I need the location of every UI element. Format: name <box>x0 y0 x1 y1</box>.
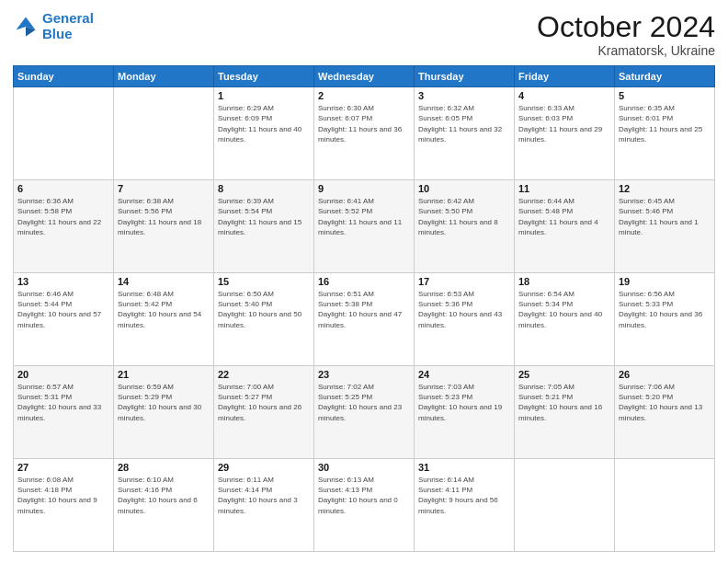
col-friday: Friday <box>515 66 615 87</box>
calendar-cell-w4-d0: 20Sunrise: 6:57 AM Sunset: 5:31 PM Dayli… <box>14 366 114 459</box>
day-info: Sunrise: 6:59 AM Sunset: 5:29 PM Dayligh… <box>118 382 210 423</box>
calendar-cell-w2-d5: 11Sunrise: 6:44 AM Sunset: 5:48 PM Dayli… <box>515 180 615 273</box>
day-info: Sunrise: 6:44 AM Sunset: 5:48 PM Dayligh… <box>518 196 610 237</box>
calendar-cell-w3-d6: 19Sunrise: 6:56 AM Sunset: 5:33 PM Dayli… <box>615 273 715 366</box>
calendar-cell-w5-d0: 27Sunrise: 6:08 AM Sunset: 4:18 PM Dayli… <box>14 459 114 552</box>
day-number: 29 <box>218 462 310 473</box>
day-info: Sunrise: 6:08 AM Sunset: 4:18 PM Dayligh… <box>17 475 109 516</box>
calendar-cell-w3-d4: 17Sunrise: 6:53 AM Sunset: 5:36 PM Dayli… <box>415 273 515 366</box>
calendar-cell-w5-d2: 29Sunrise: 6:11 AM Sunset: 4:14 PM Dayli… <box>214 459 314 552</box>
calendar-cell-w4-d3: 23Sunrise: 7:02 AM Sunset: 5:25 PM Dayli… <box>314 366 415 459</box>
day-info: Sunrise: 6:35 AM Sunset: 6:01 PM Dayligh… <box>619 103 711 144</box>
day-number: 27 <box>17 462 109 473</box>
day-number: 16 <box>318 276 410 287</box>
day-number: 25 <box>518 369 610 380</box>
calendar-cell-w5-d5 <box>515 459 615 552</box>
day-info: Sunrise: 6:39 AM Sunset: 5:54 PM Dayligh… <box>218 196 310 237</box>
header-right: October 2024 Kramatorsk, Ukraine <box>537 11 715 58</box>
day-info: Sunrise: 6:57 AM Sunset: 5:31 PM Dayligh… <box>17 382 109 423</box>
day-number: 24 <box>418 369 510 380</box>
day-info: Sunrise: 6:11 AM Sunset: 4:14 PM Dayligh… <box>218 475 310 516</box>
day-number: 26 <box>619 369 711 380</box>
day-number: 15 <box>218 276 310 287</box>
month-title: October 2024 <box>537 11 715 43</box>
day-info: Sunrise: 7:06 AM Sunset: 5:20 PM Dayligh… <box>619 382 711 423</box>
day-number: 12 <box>619 183 711 194</box>
day-number: 13 <box>17 276 109 287</box>
calendar-week-4: 20Sunrise: 6:57 AM Sunset: 5:31 PM Dayli… <box>14 366 715 459</box>
day-info: Sunrise: 6:29 AM Sunset: 6:09 PM Dayligh… <box>218 103 310 144</box>
day-info: Sunrise: 6:46 AM Sunset: 5:44 PM Dayligh… <box>17 289 109 330</box>
day-info: Sunrise: 6:10 AM Sunset: 4:16 PM Dayligh… <box>118 475 210 516</box>
day-number: 18 <box>518 276 610 287</box>
col-thursday: Thursday <box>415 66 515 87</box>
day-info: Sunrise: 6:13 AM Sunset: 4:13 PM Dayligh… <box>318 475 410 516</box>
calendar-cell-w3-d2: 15Sunrise: 6:50 AM Sunset: 5:40 PM Dayli… <box>214 273 314 366</box>
calendar-cell-w4-d2: 22Sunrise: 7:00 AM Sunset: 5:27 PM Dayli… <box>214 366 314 459</box>
day-info: Sunrise: 6:51 AM Sunset: 5:38 PM Dayligh… <box>318 289 410 330</box>
calendar-cell-w4-d1: 21Sunrise: 6:59 AM Sunset: 5:29 PM Dayli… <box>114 366 214 459</box>
day-info: Sunrise: 6:54 AM Sunset: 5:34 PM Dayligh… <box>518 289 610 330</box>
day-info: Sunrise: 6:56 AM Sunset: 5:33 PM Dayligh… <box>619 289 711 330</box>
day-number: 28 <box>118 462 210 473</box>
day-number: 31 <box>418 462 510 473</box>
location: Kramatorsk, Ukraine <box>537 43 715 58</box>
calendar-cell-w2-d3: 9Sunrise: 6:41 AM Sunset: 5:52 PM Daylig… <box>314 180 415 273</box>
calendar-week-3: 13Sunrise: 6:46 AM Sunset: 5:44 PM Dayli… <box>14 273 715 366</box>
col-saturday: Saturday <box>615 66 715 87</box>
calendar-cell-w4-d6: 26Sunrise: 7:06 AM Sunset: 5:20 PM Dayli… <box>615 366 715 459</box>
day-info: Sunrise: 7:03 AM Sunset: 5:23 PM Dayligh… <box>418 382 510 423</box>
day-info: Sunrise: 6:30 AM Sunset: 6:07 PM Dayligh… <box>318 103 410 144</box>
day-info: Sunrise: 6:42 AM Sunset: 5:50 PM Dayligh… <box>418 196 510 237</box>
day-info: Sunrise: 6:48 AM Sunset: 5:42 PM Dayligh… <box>118 289 210 330</box>
day-info: Sunrise: 6:36 AM Sunset: 5:58 PM Dayligh… <box>17 196 109 237</box>
day-number: 10 <box>418 183 510 194</box>
calendar-cell-w3-d1: 14Sunrise: 6:48 AM Sunset: 5:42 PM Dayli… <box>114 273 214 366</box>
calendar-cell-w2-d0: 6Sunrise: 6:36 AM Sunset: 5:58 PM Daylig… <box>14 180 114 273</box>
calendar-cell-w2-d2: 8Sunrise: 6:39 AM Sunset: 5:54 PM Daylig… <box>214 180 314 273</box>
day-number: 5 <box>619 90 711 101</box>
logo-icon <box>13 14 39 40</box>
calendar-cell-w2-d6: 12Sunrise: 6:45 AM Sunset: 5:46 PM Dayli… <box>615 180 715 273</box>
calendar-table: Sunday Monday Tuesday Wednesday Thursday… <box>13 65 715 552</box>
calendar-cell-w1-d5: 4Sunrise: 6:33 AM Sunset: 6:03 PM Daylig… <box>515 87 615 180</box>
calendar-cell-w4-d4: 24Sunrise: 7:03 AM Sunset: 5:23 PM Dayli… <box>415 366 515 459</box>
day-number: 2 <box>318 90 410 101</box>
header: General Blue October 2024 Kramatorsk, Uk… <box>13 11 715 58</box>
calendar-cell-w1-d6: 5Sunrise: 6:35 AM Sunset: 6:01 PM Daylig… <box>615 87 715 180</box>
page: General Blue October 2024 Kramatorsk, Uk… <box>0 0 728 563</box>
day-number: 11 <box>518 183 610 194</box>
day-info: Sunrise: 6:38 AM Sunset: 5:56 PM Dayligh… <box>118 196 210 237</box>
day-number: 17 <box>418 276 510 287</box>
col-tuesday: Tuesday <box>214 66 314 87</box>
day-info: Sunrise: 6:41 AM Sunset: 5:52 PM Dayligh… <box>318 196 410 237</box>
calendar-cell-w5-d3: 30Sunrise: 6:13 AM Sunset: 4:13 PM Dayli… <box>314 459 415 552</box>
calendar-cell-w2-d1: 7Sunrise: 6:38 AM Sunset: 5:56 PM Daylig… <box>114 180 214 273</box>
day-number: 9 <box>318 183 410 194</box>
col-monday: Monday <box>114 66 214 87</box>
day-number: 20 <box>17 369 109 380</box>
day-number: 1 <box>218 90 310 101</box>
col-sunday: Sunday <box>14 66 114 87</box>
day-number: 6 <box>17 183 109 194</box>
calendar-cell-w1-d2: 1Sunrise: 6:29 AM Sunset: 6:09 PM Daylig… <box>214 87 314 180</box>
day-info: Sunrise: 7:00 AM Sunset: 5:27 PM Dayligh… <box>218 382 310 423</box>
calendar-week-5: 27Sunrise: 6:08 AM Sunset: 4:18 PM Dayli… <box>14 459 715 552</box>
logo: General Blue <box>13 11 94 41</box>
calendar-cell-w1-d3: 2Sunrise: 6:30 AM Sunset: 6:07 PM Daylig… <box>314 87 415 180</box>
calendar-cell-w5-d4: 31Sunrise: 6:14 AM Sunset: 4:11 PM Dayli… <box>415 459 515 552</box>
calendar-cell-w2-d4: 10Sunrise: 6:42 AM Sunset: 5:50 PM Dayli… <box>415 180 515 273</box>
day-info: Sunrise: 7:05 AM Sunset: 5:21 PM Dayligh… <box>518 382 610 423</box>
day-number: 30 <box>318 462 410 473</box>
calendar-cell-w1-d1 <box>114 87 214 180</box>
calendar-week-2: 6Sunrise: 6:36 AM Sunset: 5:58 PM Daylig… <box>14 180 715 273</box>
day-number: 22 <box>218 369 310 380</box>
calendar-header-row: Sunday Monday Tuesday Wednesday Thursday… <box>14 66 715 87</box>
calendar-cell-w5-d6 <box>615 459 715 552</box>
day-number: 21 <box>118 369 210 380</box>
day-info: Sunrise: 6:32 AM Sunset: 6:05 PM Dayligh… <box>418 103 510 144</box>
day-number: 7 <box>118 183 210 194</box>
day-info: Sunrise: 6:53 AM Sunset: 5:36 PM Dayligh… <box>418 289 510 330</box>
day-number: 3 <box>418 90 510 101</box>
day-info: Sunrise: 6:45 AM Sunset: 5:46 PM Dayligh… <box>619 196 711 237</box>
